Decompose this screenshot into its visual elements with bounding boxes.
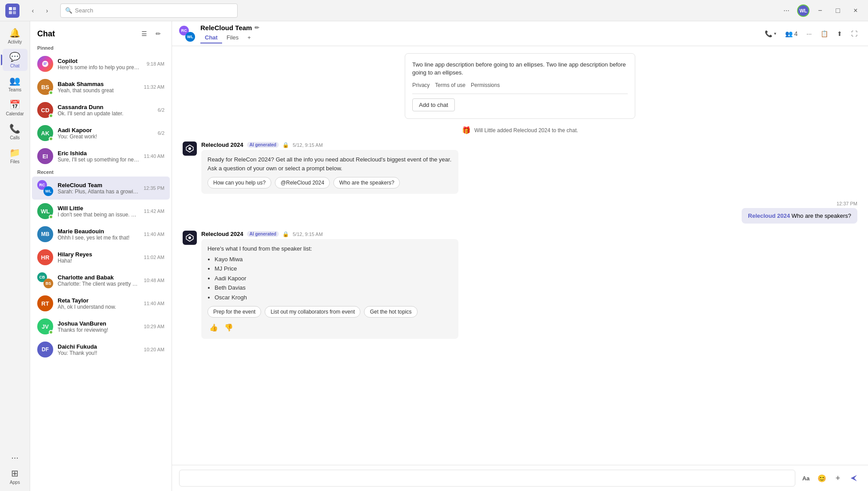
svg-rect-1 — [13, 7, 16, 10]
messages-area: Two line app description before going to… — [172, 46, 868, 465]
send-button[interactable] — [847, 471, 861, 485]
sidebar-item-calls[interactable]: 📞 Calls — [3, 121, 27, 143]
minimize-button[interactable]: − — [813, 4, 827, 18]
eric-avatar: EI — [37, 148, 53, 164]
more-button[interactable]: ··· — [779, 4, 794, 18]
tab-chat[interactable]: Chat — [200, 32, 222, 43]
chat-time-babak: 11:32 AM — [144, 84, 164, 90]
chip-hot-topics[interactable]: Get the hot topics — [364, 306, 417, 318]
calls-icon: 📞 — [9, 123, 20, 134]
tab-add[interactable]: + — [243, 32, 255, 43]
expand-button[interactable]: ⛶ — [848, 27, 861, 41]
chat-info-aadi: Aadi Kapoor You: Great work! — [58, 127, 153, 140]
msg-time-1: 5/12, 9:15 AM — [293, 142, 323, 148]
chat-preview-relecloud: Sarah: Plus, Atlanta has a growing tech … — [58, 189, 139, 195]
bot-avatar-2 — [183, 231, 197, 245]
chip-collaborators[interactable]: List out my collaborators from event — [265, 306, 360, 318]
privacy-link[interactable]: Privacy — [412, 82, 430, 88]
back-button[interactable]: ‹ — [27, 4, 39, 17]
thumbs-down-button[interactable]: 👎 — [223, 321, 235, 334]
compose-button[interactable]: ✏ — [152, 27, 164, 40]
participants-button[interactable]: 👥 4 — [782, 27, 802, 41]
chat-item-relecloud[interactable]: RC WL ReleCloud Team Sarah: Plus, Atlant… — [32, 177, 170, 200]
maximize-button[interactable]: □ — [831, 4, 845, 18]
header-more-button[interactable]: ··· — [803, 27, 815, 41]
chat-item-joshua[interactable]: JV Joshua VanBuren Thanks for reviewing!… — [32, 315, 170, 338]
calendar-label: Calendar — [6, 111, 24, 116]
app-card-description: Two line app description before going to… — [412, 61, 628, 77]
online-indicator — [49, 215, 53, 219]
sidebar-item-teams[interactable]: 👥 Teams — [3, 73, 27, 95]
chip-speakers[interactable]: Who are the speakers? — [333, 177, 400, 189]
copilot-avatar — [37, 56, 53, 72]
app-card: Two line app description before going to… — [405, 53, 635, 119]
participants-count: 4 — [794, 30, 798, 37]
sidebar-item-activity[interactable]: 🔔 Activity — [3, 25, 27, 47]
user-time: 12:37 PM — [837, 201, 857, 206]
schedule-button[interactable]: 📋 — [817, 27, 832, 41]
attach-button[interactable]: + — [831, 471, 845, 485]
message-input-area: Aa 😊 + — [172, 465, 868, 491]
close-button[interactable]: × — [848, 4, 863, 18]
activity-icon: 🔔 — [9, 27, 20, 38]
sidebar-item-calendar[interactable]: 📅 Calendar — [3, 97, 27, 119]
tab-files[interactable]: Files — [222, 32, 243, 43]
chat-item-cassandra[interactable]: CD Cassandra Dunn Ok. I'll send an updat… — [32, 98, 170, 122]
chat-item-copilot[interactable]: Copilot Here's some info to help you pre… — [32, 52, 170, 75]
add-to-chat-button[interactable]: Add to chat — [412, 98, 455, 111]
chat-header: RC WL ReleCloud Team ✏ Chat Files + — [172, 21, 868, 46]
svg-point-8 — [188, 236, 191, 239]
chat-item-aadi[interactable]: AK Aadi Kapoor You: Great work! 6/2 — [32, 122, 170, 145]
participants-icon: 👥 — [785, 30, 793, 37]
thumbs-up-button[interactable]: 👍 — [207, 321, 220, 334]
chat-preview-eric: Sure, I'll set up something for next wee… — [58, 157, 140, 163]
chat-item-eric[interactable]: EI Eric Ishida Sure, I'll set up somethi… — [32, 145, 170, 168]
charlotte-avatar: CB BS — [37, 272, 53, 288]
sidebar-item-chat[interactable]: 💬 Chat — [3, 49, 27, 71]
chat-item-babak[interactable]: BS Babak Shammas Yeah, that sounds great… — [32, 75, 170, 98]
sidebar-item-apps[interactable]: ⊞ Apps — [3, 465, 27, 487]
user-message: 12:37 PM Relecloud 2024 Who are the spea… — [183, 201, 857, 224]
edit-channel-icon[interactable]: ✏ — [254, 24, 259, 31]
online-indicator — [49, 330, 53, 334]
sidebar-item-more[interactable]: ··· — [3, 450, 27, 465]
svg-point-6 — [188, 147, 191, 150]
chat-time-charlotte: 10:48 AM — [144, 278, 164, 283]
chat-item-will[interactable]: WL Will Little I don't see that being an… — [32, 200, 170, 223]
chat-item-charlotte[interactable]: CB BS Charlotte and Babak Charlotte: The… — [32, 269, 170, 292]
forward-button[interactable]: › — [41, 4, 53, 17]
filter-button[interactable]: ☰ — [138, 27, 150, 40]
chat-name-aadi: Aadi Kapoor — [58, 127, 153, 134]
hilary-avatar: HR — [37, 249, 53, 265]
share-button[interactable]: ⬆ — [833, 27, 846, 41]
activity-label: Activity — [8, 39, 22, 44]
permissions-link[interactable]: Permissions — [471, 82, 500, 88]
chat-header-actions: 📞 ▾ 👥 4 ··· 📋 ⬆ ⛶ — [761, 27, 861, 41]
user-avatar[interactable]: WL — [797, 4, 809, 17]
search-bar[interactable]: 🔍 Search — [60, 4, 238, 18]
chat-item-marie[interactable]: MB Marie Beaudouin Ohhh I see, yes let m… — [32, 223, 170, 246]
call-button[interactable]: 📞 ▾ — [761, 27, 780, 41]
message-input-box[interactable] — [179, 470, 795, 487]
emoji-button[interactable]: 😊 — [815, 471, 829, 485]
chip-prep-event[interactable]: Prep for the event — [207, 306, 261, 318]
format-button[interactable]: Aa — [799, 471, 813, 485]
daichi-avatar: DF — [37, 342, 53, 357]
chat-item-reta[interactable]: RT Reta Taylor Ah, ok I understand now. … — [32, 292, 170, 315]
chat-preview-charlotte: Charlotte: The client was pretty happy w… — [58, 281, 140, 287]
chip-help[interactable]: How can you help us? — [207, 177, 271, 189]
files-icon: 📁 — [9, 147, 20, 158]
ai-badge-2: AI generated — [247, 231, 279, 237]
chip-relecloud2024[interactable]: @ReleCloud 2024 — [275, 177, 330, 189]
chat-item-hilary[interactable]: HR Hilary Reyes Haha! 11:02 AM — [32, 246, 170, 269]
left-nav: 🔔 Activity 💬 Chat 👥 Teams 📅 Calendar 📞 C… — [0, 21, 30, 491]
chat-preview-joshua: Thanks for reviewing! — [58, 327, 140, 333]
sidebar-header-actions: ☰ ✏ — [138, 27, 164, 40]
chat-info-reta: Reta Taylor Ah, ok I understand now. — [58, 297, 140, 310]
bot-name-2: Relecloud 2024 — [201, 231, 243, 237]
terms-link[interactable]: Terms of use — [435, 82, 465, 88]
sidebar-item-files[interactable]: 📁 Files — [3, 145, 27, 167]
chat-name-hilary: Hilary Reyes — [58, 251, 140, 258]
chat-sidebar: Chat ☰ ✏ Pinned Copilot Here's some info… — [30, 21, 172, 491]
chat-item-daichi[interactable]: DF Daichi Fukuda You: Thank you!! 10:20 … — [32, 338, 170, 361]
